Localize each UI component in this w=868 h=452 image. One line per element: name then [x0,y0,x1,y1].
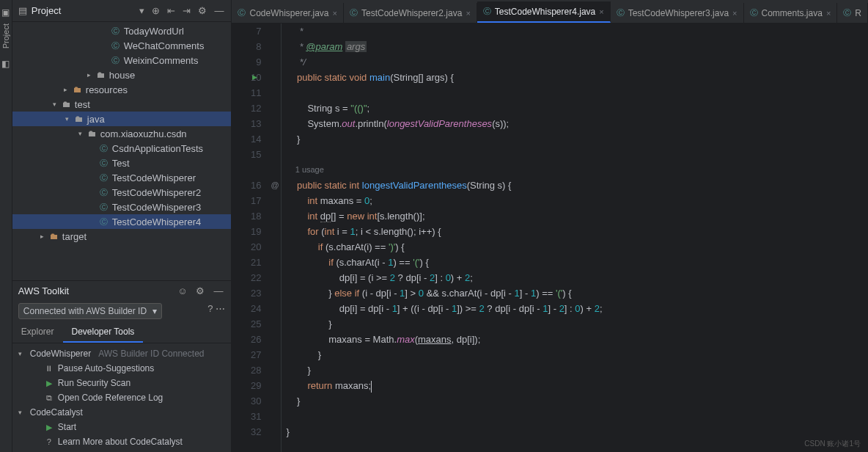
line-number[interactable]: 27 [232,347,261,362]
code-content[interactable]: * * @param args */ public static void ma… [282,23,868,452]
line-number[interactable]: 31 [232,409,261,424]
override-gutter-icon[interactable] [268,208,281,224]
editor-tab-codewhisperer-java[interactable]: ⒸCodeWhisperer.java× [232,3,344,23]
override-gutter-icon[interactable] [268,347,281,362]
feedback-icon[interactable]: ☺ [175,285,189,297]
code-line[interactable]: } [286,347,868,362]
line-number[interactable]: 15 [232,147,261,162]
line-number[interactable]: 12 [232,101,261,116]
code-line[interactable]: System.out.println(longestValidParenthes… [286,116,868,131]
line-number[interactable]: 32 [232,424,261,440]
project-tool-icon[interactable]: ▣ [1,7,10,18]
override-gutter-icon[interactable] [268,424,281,440]
tree-arrow-icon[interactable]: ▾ [64,115,71,123]
override-gutter-icon[interactable] [268,378,281,393]
tree-item-csdnapplicationtests[interactable]: ⒸCsdnApplicationTests [12,141,232,156]
aws-settings-icon[interactable]: ⚙ [194,285,207,297]
aws-more-icon[interactable]: ⋯ [216,303,225,314]
aws-item-learn-more-about-codecatalyst[interactable]: ?Learn More about CodeCatalyst [12,434,232,449]
tree-item-resources[interactable]: ▸🖿resources [12,82,232,97]
aws-item-run-security-scan[interactable]: ▶Run Security Scan [12,376,232,390]
tree-arrow-icon[interactable]: ▸ [86,71,93,79]
line-number[interactable]: 7 [232,23,261,39]
editor-tab-testcodewhisperer4-java[interactable]: ⒸTestCodeWhisperer4.java× [477,1,611,23]
tree-item-testcodewhisperer2[interactable]: ⒸTestCodeWhisperer2 [12,185,232,200]
tree-arrow-icon[interactable]: ▾ [77,130,84,137]
aws-item-pause-auto-suggestions[interactable]: ⏸Pause Auto-Suggestions [12,361,232,376]
override-gutter-icon[interactable]: @ [268,178,281,193]
project-tree[interactable]: ⒸTodayWordUrlⒸWeChatCommentsⒸWeixinComme… [12,22,232,280]
line-number[interactable]: 13 [232,116,261,131]
aws-tab-explorer[interactable]: Explorer [12,322,63,343]
override-gutter-icon[interactable] [268,316,281,332]
project-rail-label[interactable]: Project [1,23,10,48]
code-line[interactable]: } [286,131,868,147]
line-number[interactable]: 21 [232,255,261,270]
code-line[interactable] [286,409,868,424]
code-line[interactable]: * @param args [286,39,868,54]
code-line[interactable]: if (s.charAt(i) == ')') { [286,239,868,255]
line-number[interactable]: 18 [232,208,261,224]
editor-tab-testcodewhisperer3-java[interactable]: ⒸTestCodeWhisperer3.java× [611,3,744,23]
tree-item-weixincomments[interactable]: ⒸWeixinComments [12,53,232,68]
code-line[interactable]: String s = "(()"; [286,101,868,116]
code-line[interactable]: } [286,393,868,409]
line-number[interactable]: 23 [232,285,261,301]
override-gutter-icon[interactable] [268,101,281,116]
code-line[interactable] [286,85,868,101]
close-icon[interactable]: × [826,9,831,18]
line-number[interactable]: 22 [232,270,261,285]
line-number[interactable]: 9 [232,54,261,70]
tree-arrow-icon[interactable]: ▸ [39,233,46,240]
tree-item-com-xiaoxuzhu-csdn[interactable]: ▾🖿com.xiaoxuzhu.csdn [12,126,232,141]
code-line[interactable]: if (s.charAt(i - 1) == '(') { [286,255,868,270]
override-gutter-icon[interactable] [268,193,281,208]
run-gutter-icon[interactable]: ▶ [252,70,257,85]
line-number[interactable]: 20 [232,239,261,255]
override-gutter-icon[interactable] [268,270,281,285]
chevron-down-icon[interactable]: ▾ [18,409,26,416]
aws-item-start[interactable]: ▶Start [12,420,232,434]
close-icon[interactable]: × [466,9,470,18]
code-line[interactable]: dp[i] = (i >= 2 ? dp[i - 2] : 0) + 2; [286,270,868,285]
tree-item-java[interactable]: ▾🖿java [12,112,232,126]
line-gutter[interactable]: 78910▶1112131415161718192021222324252627… [232,23,268,452]
override-gutter-icon[interactable] [268,301,281,316]
code-line[interactable]: int maxans = 0; [286,193,868,208]
tree-arrow-icon[interactable]: ▸ [62,86,70,93]
code-line[interactable]: * [286,23,868,39]
override-gutter-icon[interactable] [268,332,281,347]
override-gutter-icon[interactable] [268,147,281,162]
code-line[interactable]: } else if (i - dp[i - 1] > 0 && s.charAt… [286,285,868,301]
code-line[interactable]: } [286,316,868,332]
line-number[interactable]: 19 [232,224,261,239]
aws-hide-icon[interactable]: — [211,285,225,297]
override-gutter-icon[interactable] [268,116,281,131]
code-line[interactable]: */ [286,54,868,70]
override-gutter-icon[interactable] [268,85,281,101]
dropdown-icon[interactable]: ▾ [138,4,146,18]
code-area[interactable]: 78910▶1112131415161718192021222324252627… [232,23,868,452]
code-line[interactable]: public static void main(String[] args) { [286,70,868,85]
override-gutter-icon[interactable] [268,409,281,424]
override-gutter-icon[interactable] [268,255,281,270]
line-number[interactable]: 25 [232,316,261,332]
tree-item-house[interactable]: ▸🖿house [12,68,232,82]
line-number[interactable]: 11 [232,85,261,101]
collapse-icon[interactable]: ⇥ [181,4,192,18]
tool-window-rail[interactable]: ▣ Project ◧ [0,0,12,452]
close-icon[interactable]: × [732,9,737,18]
usage-hint[interactable]: 1 usage [286,162,868,178]
code-line[interactable]: maxans = Math.max(maxans, dp[i]); [286,332,868,347]
editor-tab-comments-java[interactable]: ⒸComments.java× [744,3,838,23]
code-line[interactable]: } [286,424,868,440]
line-number[interactable]: 10▶ [232,70,261,85]
editor-tab-r[interactable]: ⒸR [837,3,868,23]
project-label[interactable]: Project [32,5,134,16]
line-number[interactable]: 29 [232,378,261,393]
aws-item-codecatalyst[interactable]: ▾CodeCatalyst [12,405,232,420]
chevron-down-icon[interactable]: ▾ [18,350,26,357]
hide-icon[interactable]: — [213,4,225,18]
code-line[interactable]: public static int longestValidParenthese… [286,178,868,193]
code-line[interactable]: } [286,362,868,378]
